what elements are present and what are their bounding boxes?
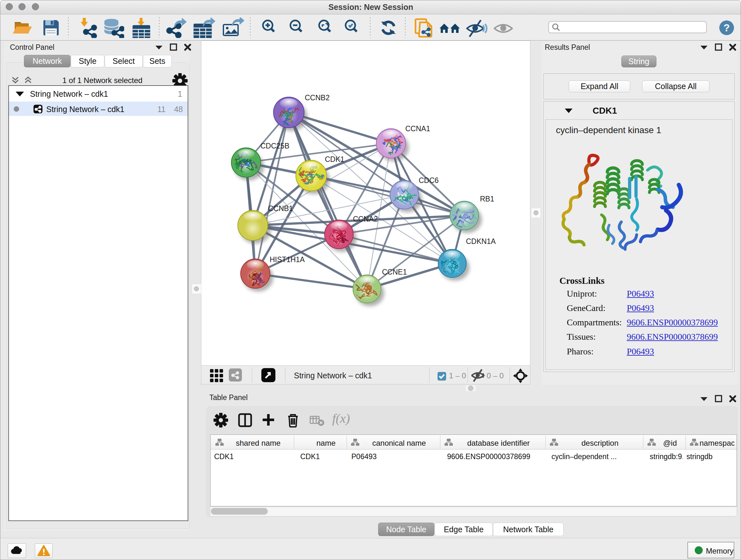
svg-text:HIST1H1A: HIST1H1A: [270, 255, 305, 264]
svg-text:CCNB2: CCNB2: [305, 94, 330, 102]
svg-text:CCNE1: CCNE1: [382, 268, 407, 276]
svg-text:CDC6: CDC6: [419, 176, 439, 185]
svg-text:CDK1: CDK1: [325, 155, 344, 164]
svg-text:CDKN1A: CDKN1A: [466, 237, 496, 246]
svg-text:CCNB1: CCNB1: [268, 204, 293, 212]
svg-text:CDC25B: CDC25B: [260, 142, 289, 150]
svg-text:CCNA1: CCNA1: [405, 125, 430, 133]
svg-text:CCNA2: CCNA2: [353, 215, 378, 223]
svg-text:RB1: RB1: [480, 195, 494, 203]
